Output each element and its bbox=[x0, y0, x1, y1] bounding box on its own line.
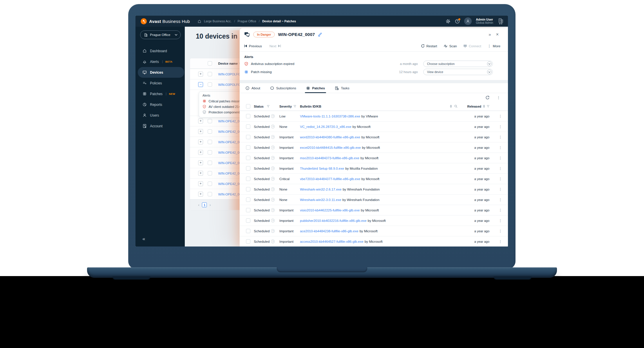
row-checkbox[interactable] bbox=[246, 156, 250, 160]
row-checkbox[interactable] bbox=[208, 129, 212, 134]
column-bulletin[interactable]: Bulletin ID/KB bbox=[300, 105, 321, 108]
patch-row[interactable]: Scheduled ? Important Thunderbird Setup … bbox=[240, 163, 508, 173]
row-checkbox[interactable] bbox=[208, 182, 212, 186]
expand-row-button[interactable]: + bbox=[198, 160, 203, 165]
company-switcher-icon[interactable] bbox=[498, 18, 504, 25]
filter-icon[interactable] bbox=[294, 105, 296, 108]
bulletin-link[interactable]: excel2010-kb4484415-fullfile-x86-glb.exe bbox=[300, 146, 361, 149]
bulletin-link[interactable]: visio2010-kb4462225-fullfile-x86-glb.exe bbox=[300, 209, 360, 212]
bulletin-link[interactable]: Wireshark-win32-3.0.11.exe bbox=[300, 198, 341, 202]
status-help-icon[interactable]: ? bbox=[271, 146, 275, 149]
status-help-icon[interactable]: ? bbox=[271, 135, 275, 139]
row-menu-icon[interactable]: ⋮ bbox=[493, 166, 502, 171]
tab-patches[interactable]: Patches bbox=[306, 83, 325, 93]
bulletin-link[interactable]: vbe72010-kb4484377-fullfile-x86-glb.exe bbox=[300, 177, 360, 181]
row-menu-icon[interactable]: ⋮ bbox=[493, 135, 502, 139]
row-checkbox[interactable] bbox=[208, 192, 212, 196]
page-number[interactable]: 1 bbox=[202, 202, 207, 207]
bulletin-link[interactable]: Wireshark-win32-2.6.17.exe bbox=[300, 188, 341, 191]
row-checkbox[interactable] bbox=[246, 124, 250, 129]
patch-row[interactable]: Scheduled ? None VC_redist_14.26.28720.3… bbox=[240, 121, 508, 132]
expand-row-button[interactable]: + bbox=[198, 139, 203, 144]
row-checkbox[interactable] bbox=[246, 239, 250, 244]
bulletin-link[interactable]: Thunderbird Setup 68.9.0.exe bbox=[300, 167, 344, 170]
row-checkbox[interactable] bbox=[208, 161, 212, 165]
status-help-icon[interactable]: ? bbox=[271, 177, 275, 181]
row-checkbox[interactable] bbox=[208, 140, 212, 144]
row-checkbox[interactable] bbox=[208, 150, 212, 155]
collapse-row-button[interactable]: − bbox=[198, 82, 203, 87]
row-checkbox[interactable] bbox=[246, 135, 250, 139]
patch-row[interactable]: Scheduled ? Important excel2010-kb448441… bbox=[240, 142, 508, 153]
edit-icon[interactable] bbox=[318, 32, 322, 37]
row-checkbox[interactable] bbox=[246, 187, 250, 191]
restart-button[interactable]: Restart bbox=[421, 44, 437, 48]
sidebar-item-reports[interactable]: Reports bbox=[135, 99, 185, 110]
bulletin-link[interactable]: VMware-tools-11.1.1-16303738-i386.exe bbox=[300, 115, 360, 118]
row-checkbox[interactable] bbox=[246, 197, 250, 202]
patch-row[interactable]: Scheduled ? Important access2010-kb44645… bbox=[240, 236, 508, 246]
filter-icon[interactable] bbox=[487, 105, 489, 108]
table-menu-icon[interactable]: ⋮ bbox=[497, 95, 500, 100]
expand-row-button[interactable]: + bbox=[198, 171, 203, 176]
home-icon[interactable] bbox=[198, 19, 201, 23]
row-menu-icon[interactable]: ⋮ bbox=[493, 208, 502, 212]
status-help-icon[interactable]: ? bbox=[271, 229, 275, 233]
gear-icon[interactable] bbox=[446, 19, 451, 24]
row-menu-icon[interactable]: ⋮ bbox=[493, 125, 502, 129]
sidebar-item-patches[interactable]: Patches NEW bbox=[135, 88, 185, 99]
patch-row[interactable]: Scheduled ? Important visio2010-kb446222… bbox=[240, 205, 508, 215]
sidebar-item-dashboard[interactable]: Dashboard bbox=[135, 46, 185, 56]
connect-button[interactable]: Connect bbox=[463, 44, 481, 48]
row-checkbox[interactable] bbox=[208, 82, 212, 87]
bulletin-link[interactable]: ace2010-kb4484238-fullfile-x86-glb.exe bbox=[300, 229, 358, 233]
scan-button[interactable]: Scan bbox=[444, 44, 457, 48]
patch-row[interactable]: Scheduled ? Important mso2010-kb4484373-… bbox=[240, 153, 508, 163]
status-help-icon[interactable]: ? bbox=[271, 208, 275, 212]
row-checkbox[interactable] bbox=[246, 208, 250, 212]
tab-tasks[interactable]: Tasks bbox=[335, 83, 349, 93]
status-help-icon[interactable]: ? bbox=[271, 125, 275, 128]
bulletin-link[interactable]: VC_redist_14.26.28720.3_x86.exe bbox=[300, 125, 351, 128]
status-help-icon[interactable]: ? bbox=[271, 114, 275, 118]
column-status[interactable]: Status bbox=[254, 105, 264, 108]
row-checkbox[interactable] bbox=[246, 166, 250, 171]
expand-panel-icon[interactable]: » bbox=[489, 32, 490, 37]
bulletin-link[interactable]: word2010-kb4484380-fullfile-x86-glb.exe bbox=[300, 135, 360, 139]
row-menu-icon[interactable]: ⋮ bbox=[493, 229, 502, 233]
row-checkbox[interactable] bbox=[246, 177, 250, 181]
patch-row[interactable]: Scheduled ? Important ace2010-kb4484238-… bbox=[240, 226, 508, 236]
bulletin-link[interactable]: mso2010-kb4484373-fullfile-x86-glb.exe bbox=[300, 156, 359, 160]
sort-icon[interactable] bbox=[483, 105, 485, 108]
refresh-icon[interactable] bbox=[485, 95, 490, 100]
bulletin-link[interactable]: access2010-kb4464527-fullfile-x86-glb.ex… bbox=[300, 240, 363, 243]
sidebar-item-alerts[interactable]: Alerts BETA bbox=[135, 56, 185, 67]
user-info[interactable]: Admin User Global Admin bbox=[476, 18, 493, 25]
brand-logo[interactable]: Avast Business Hub bbox=[135, 18, 192, 24]
column-released[interactable]: Released bbox=[467, 105, 481, 108]
previous-device-button[interactable]: Previous bbox=[244, 44, 262, 48]
status-help-icon[interactable]: ? bbox=[271, 219, 275, 222]
row-checkbox[interactable] bbox=[208, 119, 212, 123]
patch-row[interactable]: Scheduled ? Important publisher2010-kb40… bbox=[240, 215, 508, 226]
help-icon[interactable] bbox=[455, 19, 460, 24]
row-menu-icon[interactable]: ⋮ bbox=[493, 240, 502, 244]
filter-icon[interactable] bbox=[267, 105, 269, 108]
row-menu-icon[interactable]: ⋮ bbox=[493, 156, 502, 160]
next-device-button[interactable]: Next bbox=[269, 44, 281, 48]
status-help-icon[interactable]: ? bbox=[271, 156, 275, 160]
patch-row[interactable]: Scheduled ? None Wireshark-win32-2.6.17.… bbox=[240, 184, 508, 194]
row-menu-icon[interactable]: ⋮ bbox=[493, 219, 502, 223]
status-help-icon[interactable]: ? bbox=[271, 240, 275, 243]
patch-row[interactable]: Scheduled ? None Wireshark-win32-3.0.11.… bbox=[240, 194, 508, 205]
tab-about[interactable]: About bbox=[245, 83, 260, 93]
org-selector[interactable]: Prague Office bbox=[140, 30, 181, 39]
sidebar-collapse-button[interactable]: « bbox=[142, 236, 145, 242]
search-icon[interactable] bbox=[454, 105, 457, 108]
row-checkbox[interactable] bbox=[246, 114, 250, 118]
avatar[interactable] bbox=[464, 17, 472, 25]
view-device-dropdown[interactable]: View device bbox=[423, 69, 493, 75]
choose-subscription-dropdown[interactable]: Choose subscription bbox=[423, 61, 493, 67]
sidebar-item-devices[interactable]: Devices bbox=[138, 67, 184, 78]
row-menu-icon[interactable]: ⋮ bbox=[493, 114, 502, 118]
